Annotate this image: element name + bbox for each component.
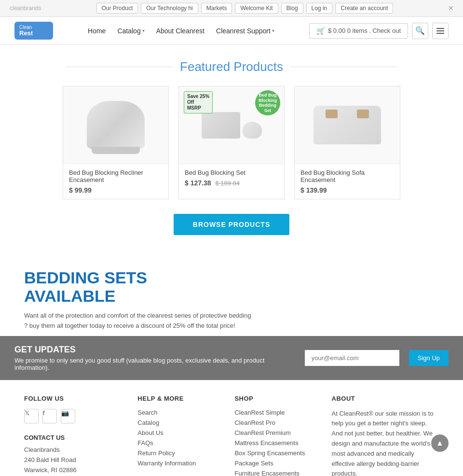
featured-line-left — [66, 67, 172, 67]
nav-link-support[interactable]: Cleanrest Support ▾ — [216, 27, 274, 35]
footer-shop-box-spring[interactable]: Box Spring Encasements — [234, 449, 317, 457]
nav-link-about[interactable]: About Cleanrest — [156, 27, 204, 35]
footer-shop-pro[interactable]: CleanRest Pro — [234, 419, 317, 426]
footer-link-faqs[interactable]: FAQs — [137, 439, 220, 447]
product-card-set[interactable]: Save 25%OffMSRP Bed Bug Blocking Bedding… — [178, 86, 285, 199]
footer-link-return-policy[interactable]: Return Policy — [137, 449, 220, 457]
catalog-arrow-icon: ▾ — [142, 28, 145, 33]
close-icon[interactable]: × — [448, 3, 453, 14]
product-price-recliner: $ 99.99 — [69, 186, 163, 194]
product-info-sofa: Bed Bug Blocking Sofa Encasement $ 139.9… — [295, 164, 400, 199]
topbar-link-our-technology[interactable]: Our Technology hi — [141, 3, 198, 14]
top-bar-nav: Our Product Our Technology hi Markets We… — [96, 3, 394, 14]
search-icon: 🔍 — [415, 26, 425, 35]
bed-bug-badge: Bed Bug Blocking Bedding Set — [255, 90, 280, 115]
footer-social-title: FOLLOW US — [24, 395, 123, 402]
topbar-link-blog[interactable]: Blog — [281, 3, 303, 14]
footer-col-about: ABOUT At CleanRest® our sole mission is … — [332, 395, 439, 476]
footer-grid: FOLLOW US 𝕏 f 📷 CONTACT US Cleanbrands 2… — [24, 395, 439, 476]
set-illustration — [202, 112, 262, 139]
pillow-shape — [243, 122, 262, 139]
product-info-set: Bed Bug Blocking Set $ 127.38 $ 169.84 — [179, 164, 284, 192]
browse-btn-wrap: BROWSE PRODUCTS — [24, 214, 439, 235]
instagram-icon[interactable]: 📷 — [61, 409, 75, 423]
topbar-link-login[interactable]: Log in — [306, 3, 333, 14]
hamburger-line3 — [436, 33, 444, 34]
product-original-price-set: $ 169.84 — [215, 180, 240, 187]
featured-line-right — [291, 67, 397, 67]
footer-shop-package[interactable]: Package Sets — [234, 460, 317, 467]
twitter-icon[interactable]: 𝕏 — [24, 409, 39, 423]
menu-button[interactable] — [432, 23, 449, 39]
topbar-link-create-account[interactable]: Create an account — [335, 3, 393, 14]
bedding-section: BEDDING SETS AVAILABLE Want all of the p… — [0, 259, 463, 340]
topbar-link-welcome-kit[interactable]: Welcome Kit — [235, 3, 278, 14]
footer-shop-title: SHOP — [234, 395, 317, 402]
footer: FOLLOW US 𝕏 f 📷 CONTACT US Cleanbrands 2… — [0, 380, 463, 476]
footer-link-about-us[interactable]: About Us — [137, 429, 220, 436]
company-name: Cleanbrands — [24, 446, 123, 453]
bedding-text: Want all of the protection and comfort o… — [24, 311, 256, 331]
footer-link-warranty[interactable]: Warranty Information — [137, 460, 220, 467]
product-card-sofa[interactable]: Bed Bug Blocking Sofa Encasement $ 139.9… — [294, 86, 400, 199]
product-sale-price-recliner: $ 99.99 — [69, 186, 92, 194]
product-sale-price-set: $ 127.38 — [185, 179, 211, 187]
hamburger-line2 — [436, 30, 444, 31]
search-button[interactable]: 🔍 — [412, 23, 428, 39]
newsletter-email-input[interactable] — [305, 350, 399, 366]
cart-label: $ 0.00 0 items . Check out — [328, 27, 401, 34]
product-image-set: Save 25%OffMSRP Bed Bug Blocking Bedding… — [179, 86, 284, 164]
footer-link-catalog[interactable]: Catalog — [137, 419, 220, 426]
featured-section: Featured Products Bed Bug Blocking Recli… — [0, 45, 463, 259]
product-name-recliner: Bed Bug Blocking Recliner Encasement — [69, 169, 163, 183]
company-address1: 240 Bald Hill Road — [24, 456, 123, 463]
footer-shop-furniture[interactable]: Furniture Encasements — [234, 470, 317, 476]
product-image-sofa — [295, 86, 400, 164]
bedding-title: BEDDING SETS AVAILABLE — [24, 269, 183, 305]
newsletter-signup-button[interactable]: Sign Up — [409, 350, 449, 366]
top-bar: cleanbrands Our Product Our Technology h… — [0, 0, 463, 17]
footer-shop-simple[interactable]: CleanRest Simple — [234, 409, 317, 416]
footer-shop-premium[interactable]: CleanRest Premium — [234, 429, 317, 436]
product-price-set: $ 127.38 $ 169.84 — [185, 179, 278, 187]
featured-header: Featured Products — [24, 59, 439, 74]
product-name-sofa: Bed Bug Blocking Sofa Encasement — [300, 169, 394, 183]
newsletter-label: We promise to only send you good stuff (… — [14, 357, 295, 371]
browse-products-button[interactable]: BROWSE PRODUCTS — [174, 214, 289, 235]
nav-right: 🛒 $ 0.00 0 items . Check out 🔍 — [309, 23, 449, 39]
newsletter-subtitle: GET UPDATES — [14, 345, 295, 355]
footer-link-search[interactable]: Search — [137, 409, 220, 416]
newsletter-bar: GET UPDATES We promise to only send you … — [0, 336, 463, 380]
product-price-sofa: $ 139.99 — [300, 186, 394, 194]
top-bar-side-text: cleanbrands — [10, 5, 41, 12]
footer-shop-mattress[interactable]: Mattress Encasements — [234, 439, 317, 447]
cart-icon: 🛒 — [316, 27, 326, 35]
hamburger-line1 — [436, 28, 444, 29]
product-card-recliner[interactable]: Bed Bug Blocking Recliner Encasement $ 9… — [63, 86, 169, 199]
nav-link-home[interactable]: Home — [88, 27, 106, 35]
product-name-set: Bed Bug Blocking Set — [185, 169, 278, 176]
footer-col-shop: SHOP CleanRest Simple CleanRest Pro Clea… — [234, 395, 317, 476]
featured-title: Featured Products — [180, 59, 283, 74]
main-nav: Clean Rest Home Catalog ▾ About Cleanres… — [0, 17, 463, 45]
company-address2: Warwick, RI 02886 — [24, 466, 123, 474]
cart-button[interactable]: 🛒 $ 0.00 0 items . Check out — [309, 23, 408, 39]
footer-col-social: FOLLOW US 𝕏 f 📷 CONTACT US Cleanbrands 2… — [24, 395, 123, 476]
nav-link-catalog[interactable]: Catalog ▾ — [117, 27, 144, 35]
social-icons: 𝕏 f 📷 — [24, 409, 123, 426]
logo[interactable]: Clean Rest — [14, 22, 53, 40]
logo-line2: Rest — [19, 30, 33, 37]
contact-us-title: CONTACT US — [24, 434, 123, 441]
product-sale-price-sofa: $ 139.99 — [300, 186, 327, 194]
facebook-icon[interactable]: f — [42, 409, 57, 423]
product-info-recliner: Bed Bug Blocking Recliner Encasement $ 9… — [63, 164, 168, 199]
topbar-link-markets[interactable]: Markets — [201, 3, 232, 14]
scroll-to-top-button[interactable]: ▲ — [431, 434, 449, 452]
topbar-link-our-product[interactable]: Our Product — [96, 3, 138, 14]
footer-col-help: HELP & MORE Search Catalog About Us FAQs… — [137, 395, 220, 476]
nav-links: Home Catalog ▾ About Cleanrest Cleanrest… — [88, 27, 274, 35]
sofa-illustration — [313, 106, 381, 144]
recliner-illustration — [87, 101, 145, 149]
products-grid: Bed Bug Blocking Recliner Encasement $ 9… — [24, 86, 439, 199]
support-arrow-icon: ▾ — [272, 28, 274, 33]
